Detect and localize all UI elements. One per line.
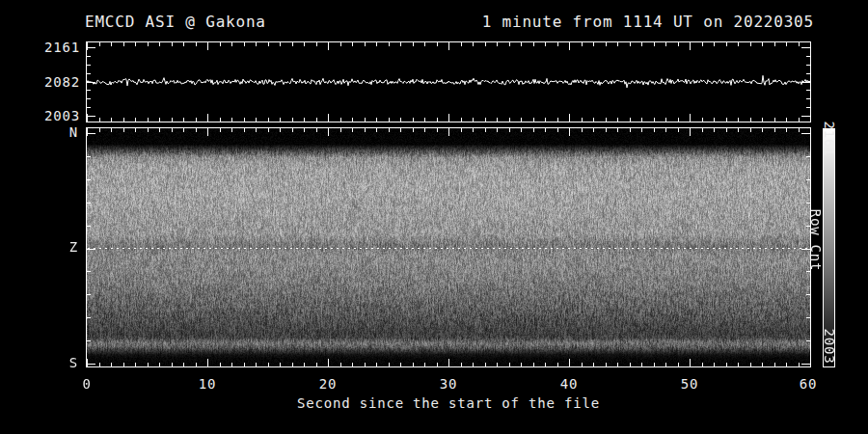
ytick-label-2003: 2003 — [24, 108, 80, 124]
emccd-keogram-figure: EMCCD ASI @ Gakona 1 minute from 1114 UT… — [0, 0, 868, 434]
plot-title: EMCCD ASI @ Gakona — [85, 14, 266, 31]
xtick-label-50: 50 — [661, 376, 719, 393]
xtick-label-20: 20 — [299, 376, 357, 393]
ytick-label-zenith: Z — [53, 239, 78, 256]
ytick-label-north: N — [53, 124, 78, 141]
xtick-label-40: 40 — [540, 376, 598, 393]
xtick-label-60: 60 — [779, 376, 837, 393]
ytick-label-2082: 2082 — [24, 74, 80, 91]
xtick-label-0: 0 — [58, 376, 116, 393]
x-axis-label: Second since the start of the file — [256, 395, 641, 412]
ytick-label-2161: 2161 — [24, 40, 80, 56]
keogram-heatmap-panel — [86, 127, 811, 367]
xtick-label-10: 10 — [178, 376, 236, 393]
ytick-label-south: S — [53, 355, 78, 371]
plot-time-title: 1 minute from 1114 UT on 20220305 — [482, 14, 814, 31]
zenith-count-trace-panel — [86, 41, 811, 122]
xtick-label-30: 30 — [420, 376, 477, 393]
